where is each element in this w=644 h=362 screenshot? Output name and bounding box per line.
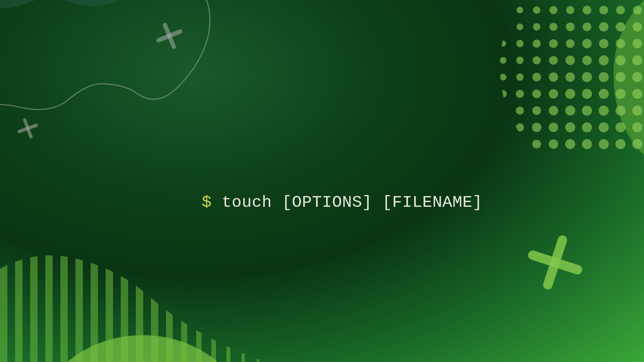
svg-point-90: [582, 122, 592, 132]
svg-line-104: [548, 240, 562, 285]
svg-point-79: [565, 106, 575, 116]
svg-point-86: [516, 123, 524, 131]
svg-rect-118: [181, 228, 187, 362]
svg-point-78: [549, 106, 558, 115]
svg-point-52: [615, 55, 626, 65]
svg-point-71: [599, 89, 609, 99]
svg-point-76: [516, 107, 524, 115]
svg-rect-124: [272, 228, 274, 362]
shell-command: touch [OPTIONS] [FILENAME]: [212, 193, 482, 212]
svg-line-0: [25, 120, 31, 137]
svg-rect-114: [121, 228, 128, 362]
svg-point-18: [549, 6, 557, 14]
svg-point-66: [516, 90, 524, 98]
svg-rect-107: [15, 228, 22, 362]
svg-point-88: [549, 123, 558, 132]
svg-point-20: [583, 6, 591, 14]
svg-point-60: [582, 72, 592, 82]
plus-icon: [16, 117, 40, 140]
svg-point-27: [533, 23, 540, 31]
svg-rect-121: [226, 228, 230, 362]
svg-point-83: [632, 106, 642, 116]
blob-bottom-icon: [34, 295, 252, 362]
svg-rect-120: [211, 228, 216, 362]
svg-point-25: [500, 24, 506, 30]
svg-point-82: [615, 106, 626, 116]
svg-point-41: [599, 39, 608, 48]
svg-point-91: [599, 122, 609, 132]
svg-point-89: [565, 122, 575, 132]
svg-point-51: [599, 55, 609, 65]
svg-point-31: [599, 22, 608, 32]
svg-point-16: [517, 7, 523, 13]
svg-point-98: [565, 139, 575, 149]
plus-icon: [527, 234, 584, 291]
svg-point-87: [532, 123, 541, 132]
svg-point-19: [566, 6, 574, 14]
svg-rect-115: [136, 228, 143, 362]
svg-rect-106: [0, 228, 7, 362]
svg-point-97: [549, 139, 558, 149]
svg-point-68: [549, 89, 558, 99]
svg-point-50: [582, 56, 592, 65]
svg-point-63: [632, 72, 642, 82]
svg-point-42: [616, 39, 625, 48]
svg-point-58: [549, 72, 558, 82]
svg-point-92: [615, 122, 626, 132]
svg-point-56: [516, 73, 524, 81]
svg-point-53: [632, 55, 642, 65]
svg-point-45: [500, 57, 506, 64]
blob-top-left-icon: [0, 0, 201, 134]
svg-line-2: [165, 25, 174, 47]
svg-point-96: [532, 140, 541, 148]
svg-line-3: [159, 32, 180, 40]
wavy-line-icon: [0, 0, 268, 151]
svg-point-61: [599, 72, 609, 82]
svg-point-40: [582, 39, 592, 48]
svg-point-36: [516, 40, 524, 47]
svg-rect-116: [151, 228, 158, 362]
stripes-icon: [0, 228, 292, 362]
svg-point-59: [566, 72, 575, 82]
plus-icon: [154, 21, 184, 51]
svg-point-26: [517, 23, 523, 30]
svg-point-100: [599, 139, 609, 149]
svg-point-17: [533, 6, 540, 14]
svg-point-101: [615, 139, 626, 149]
svg-rect-117: [166, 228, 173, 362]
svg-rect-111: [75, 228, 83, 362]
svg-point-48: [549, 56, 558, 65]
svg-point-55: [500, 74, 506, 80]
svg-point-75: [499, 107, 507, 114]
svg-point-67: [532, 89, 541, 98]
svg-rect-113: [106, 228, 113, 362]
command-text: $ touch [OPTIONS] [FILENAME]: [162, 174, 483, 231]
svg-point-49: [566, 56, 575, 65]
svg-point-29: [566, 22, 575, 31]
svg-point-38: [549, 39, 558, 48]
command-display: $ touch [OPTIONS] [FILENAME]: [0, 174, 644, 231]
svg-point-22: [616, 6, 625, 14]
svg-point-80: [582, 106, 592, 116]
svg-point-99: [582, 139, 592, 149]
shell-prompt: $: [202, 193, 212, 212]
svg-point-47: [533, 56, 541, 64]
svg-rect-112: [91, 228, 98, 362]
svg-rect-122: [241, 228, 245, 362]
halftone-dots-icon: [476, 0, 644, 201]
svg-rect-108: [30, 228, 38, 362]
svg-point-21: [599, 6, 608, 14]
svg-point-39: [566, 39, 575, 48]
svg-point-62: [615, 72, 626, 82]
svg-point-46: [516, 57, 524, 64]
svg-point-30: [583, 22, 591, 31]
svg-point-77: [532, 106, 541, 115]
svg-point-85: [499, 124, 507, 131]
svg-rect-123: [257, 228, 259, 362]
svg-line-105: [533, 255, 577, 269]
svg-point-65: [499, 90, 507, 98]
svg-point-57: [532, 73, 541, 81]
svg-point-15: [500, 7, 506, 13]
svg-point-35: [500, 41, 506, 47]
svg-point-37: [533, 40, 541, 48]
